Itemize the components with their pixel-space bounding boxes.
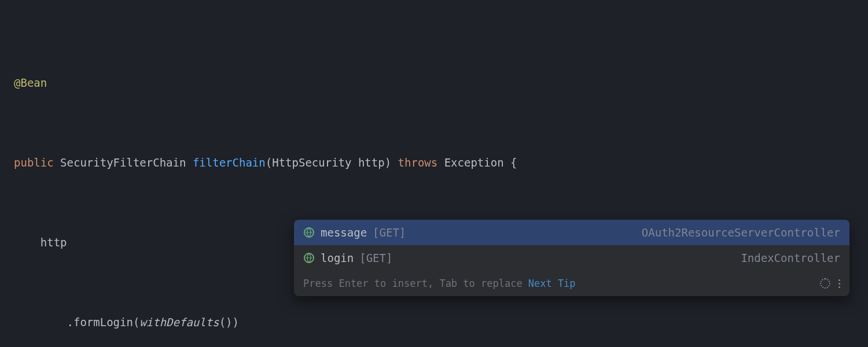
completion-popup[interactable]: message [GET] OAuth2ResourceServerContro… <box>294 220 849 296</box>
exception-type: Exception <box>444 156 504 169</box>
code-line: public SecurityFilterChain filterChain(H… <box>14 149 868 176</box>
param-name: http <box>358 156 385 169</box>
keyword-throws: throws <box>398 156 438 169</box>
type: SecurityFilterChain <box>60 156 186 169</box>
endpoint-icon <box>303 252 315 264</box>
loading-spinner-icon <box>820 278 830 289</box>
method-name: filterChain <box>193 156 266 169</box>
completion-method: [GET] <box>359 252 392 264</box>
next-tip-link[interactable]: Next Tip <box>528 278 576 289</box>
code-line: @Bean <box>14 69 868 96</box>
param-type: HttpSecurity <box>272 156 351 169</box>
more-options-icon[interactable] <box>838 279 840 288</box>
endpoint-icon <box>303 227 315 238</box>
code-line: .formLogin(withDefaults()) <box>14 309 868 335</box>
keyword-public: public <box>14 156 54 169</box>
completion-label: login <box>321 252 354 264</box>
completion-item[interactable]: message [GET] OAuth2ResourceServerContro… <box>294 220 849 245</box>
variable: http <box>41 236 67 249</box>
completion-footer: Press Enter to insert, Tab to replace Ne… <box>294 271 849 296</box>
footer-hint: Press Enter to insert, Tab to replace <box>303 278 523 289</box>
completion-origin: IndexController <box>741 252 840 264</box>
completion-label: message <box>321 226 367 239</box>
completion-origin: OAuth2ResourceServerController <box>642 226 840 239</box>
completion-method: [GET] <box>373 226 406 239</box>
annotation: @Bean <box>14 76 47 89</box>
completion-item[interactable]: login [GET] IndexController <box>294 245 849 271</box>
